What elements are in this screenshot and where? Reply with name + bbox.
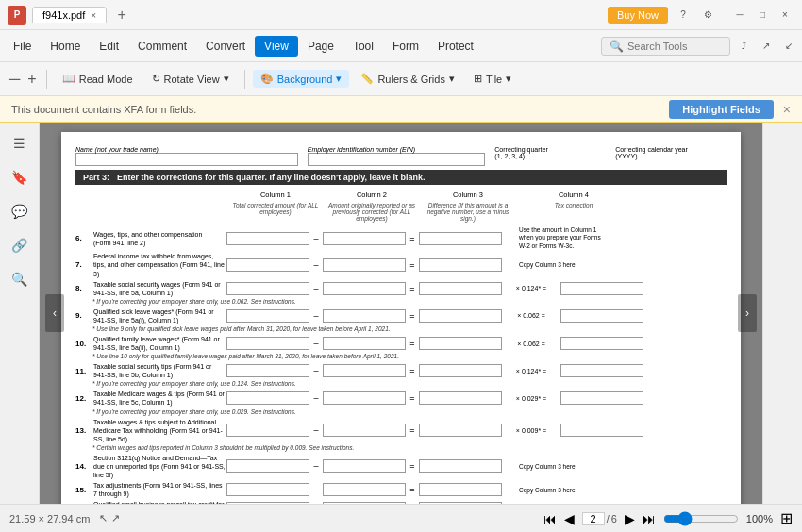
row-10-col1[interactable] <box>226 337 309 350</box>
row-14-col2[interactable] <box>323 459 406 473</box>
row-8-desc: Taxable social security wages (Form 941 … <box>93 280 226 297</box>
rotate-view-button[interactable]: ↻ Rotate View ▾ <box>144 70 237 88</box>
close-button[interactable]: × <box>776 6 794 25</box>
read-mode-button[interactable]: 📖 Read Mode <box>55 70 141 88</box>
menu-page[interactable]: Page <box>298 36 343 57</box>
row-14-equals: = <box>407 461 418 471</box>
search-input[interactable] <box>627 41 722 52</box>
row-8-col1[interactable] <box>226 282 309 295</box>
rulers-grids-button[interactable]: 📏 Rulers & Grids ▾ <box>353 70 462 88</box>
page-first-button[interactable]: ⏮ <box>543 511 557 526</box>
maximize-button[interactable]: □ <box>753 6 772 25</box>
row-12-col2[interactable] <box>323 391 406 405</box>
row-15-col3[interactable] <box>419 483 502 496</box>
row-6-col2[interactable] <box>323 232 406 245</box>
row-8-col3[interactable] <box>419 282 502 295</box>
menu-comment[interactable]: Comment <box>128 36 196 57</box>
row-7-col2[interactable] <box>323 258 406 272</box>
arrow-icon[interactable]: ↗ <box>111 512 120 524</box>
collapse-icon[interactable]: ↙ <box>779 37 798 56</box>
cursor-icon[interactable]: ↖ <box>99 512 108 524</box>
page-prev-arrow[interactable]: ‹ <box>45 294 64 332</box>
page-last-button[interactable]: ⏭ <box>643 511 656 526</box>
notification-close-icon[interactable]: × <box>783 102 791 117</box>
row-15-col2[interactable] <box>323 483 406 496</box>
menu-form[interactable]: Form <box>383 36 428 57</box>
ein-input[interactable] <box>308 153 486 166</box>
file-tab[interactable]: f941x.pdf × <box>32 7 107 23</box>
row-10-col4[interactable] <box>560 337 643 350</box>
new-tab-button[interactable]: + <box>112 6 131 25</box>
menu-edit[interactable]: Edit <box>90 36 128 57</box>
sidebar-link-icon[interactable]: 🔗 <box>7 232 33 258</box>
row-16-col3[interactable] <box>419 502 502 504</box>
row-9-col1[interactable] <box>226 309 309 323</box>
row-7-col1[interactable] <box>226 258 309 272</box>
menu-home[interactable]: Home <box>41 36 90 57</box>
row-6-col3[interactable] <box>419 232 502 245</box>
tab-close-icon[interactable]: × <box>91 10 96 21</box>
sidebar-bookmark-icon[interactable]: 🔖 <box>7 164 33 191</box>
row-12-col1[interactable] <box>226 391 309 405</box>
menu-tool[interactable]: Tool <box>343 36 383 57</box>
row-6-col1[interactable] <box>226 232 309 245</box>
row-16: 16. Qualified small business payroll tax… <box>75 500 727 504</box>
sidebar-comment-icon[interactable]: 💬 <box>7 198 33 224</box>
fit-page-button[interactable]: ⊞ <box>780 509 793 527</box>
row-10-col2[interactable] <box>323 337 406 350</box>
row-13-col3[interactable] <box>419 424 502 437</box>
menu-view[interactable]: View <box>255 36 298 57</box>
background-button[interactable]: 🎨 Background ▾ <box>253 70 350 88</box>
row-13-col4[interactable] <box>560 424 643 437</box>
row-14-col3[interactable] <box>419 459 502 473</box>
row-10-col3[interactable] <box>419 337 502 350</box>
row-12-col4[interactable] <box>560 391 643 405</box>
rotate-dropdown-icon: ▾ <box>224 73 229 85</box>
page-number-input[interactable] <box>582 512 605 525</box>
highlight-fields-button[interactable]: Highlight Fields <box>669 100 774 119</box>
menu-convert[interactable]: Convert <box>196 36 255 57</box>
row-11-col4[interactable] <box>560 364 643 377</box>
row-14-col1[interactable] <box>226 459 309 473</box>
help-icon[interactable]: ? <box>674 6 693 25</box>
row-15: 15. Tax adjustments (Form 941 or 941-SS,… <box>75 481 727 498</box>
zoom-plus-button[interactable]: + <box>25 71 38 88</box>
row-15-num: 15. <box>75 486 92 494</box>
col-header-3: Column 3 <box>421 191 515 199</box>
buy-now-button[interactable]: Buy Now <box>608 7 668 24</box>
row-15-col1[interactable] <box>226 483 309 496</box>
row-11-col2[interactable] <box>323 364 406 377</box>
page-next-button[interactable]: ▶ <box>625 511 635 526</box>
row-11-col1[interactable] <box>226 364 309 377</box>
row-16-col2[interactable] <box>323 502 406 504</box>
expand-icon[interactable]: ↗ <box>757 37 776 56</box>
settings-icon[interactable]: ⚙ <box>698 6 717 25</box>
sidebar-thumbnail-icon[interactable]: ☰ <box>7 130 33 157</box>
row-11-equals: = <box>407 366 418 375</box>
row-8-col2[interactable] <box>323 282 406 295</box>
zoom-slider[interactable] <box>663 511 739 526</box>
share-icon[interactable]: ⤴ <box>734 37 753 56</box>
menu-file[interactable]: File <box>4 36 41 57</box>
row-8-col4[interactable] <box>560 282 643 295</box>
row-11-col3[interactable] <box>419 364 502 377</box>
row-16-col1[interactable] <box>226 502 309 504</box>
page-next-arrow[interactable]: › <box>738 294 757 332</box>
zoom-minus-button[interactable]: ─ <box>8 71 22 88</box>
row-13-col2[interactable] <box>323 424 406 437</box>
search-tools[interactable]: 🔍 <box>601 37 730 56</box>
sidebar-search-icon[interactable]: 🔍 <box>7 266 33 292</box>
page-prev-button[interactable]: ◀ <box>564 511 575 526</box>
row-7-col3[interactable] <box>419 258 502 272</box>
row-16-desc: Qualified small business payroll tax cre… <box>93 500 226 504</box>
correcting-year-label: Correcting calendar year <box>615 146 727 153</box>
row-12-col3[interactable] <box>419 391 502 405</box>
tile-button[interactable]: ⊞ Tile ▾ <box>466 70 519 88</box>
row-9-col4[interactable] <box>560 309 643 323</box>
row-9-col2[interactable] <box>323 309 406 323</box>
name-input[interactable] <box>75 153 298 166</box>
menu-protect[interactable]: Protect <box>428 36 483 57</box>
row-13-col1[interactable] <box>226 424 309 437</box>
minimize-button[interactable]: ─ <box>730 6 749 25</box>
row-9-col3[interactable] <box>419 309 502 323</box>
